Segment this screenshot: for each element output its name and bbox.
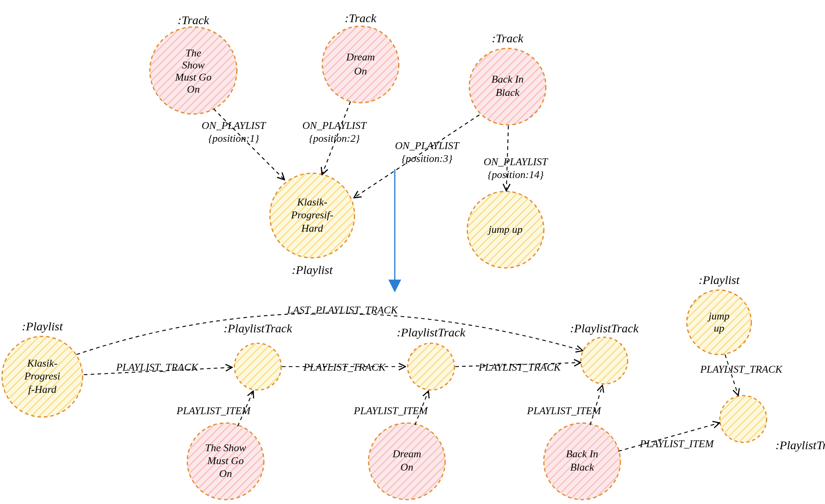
svg-text:Must Go: Must Go xyxy=(207,455,244,467)
svg-text:{position:3}: {position:3} xyxy=(402,153,453,164)
svg-text:ON_PLAYLIST: ON_PLAYLIST xyxy=(202,120,266,131)
type-label-playlisttrack: :PlaylistTrack xyxy=(775,438,825,452)
type-label-track: :Track xyxy=(345,11,377,25)
svg-text:PLAYLIST_TRACK: PLAYLIST_TRACK xyxy=(478,361,561,373)
svg-text:On: On xyxy=(400,461,413,473)
svg-text:ON_PLAYLIST: ON_PLAYLIST xyxy=(484,156,548,168)
svg-text:PLAYLIST_ITEM: PLAYLIST_ITEM xyxy=(639,438,714,450)
type-label-playlisttrack: :PlaylistTrack xyxy=(570,321,639,335)
svg-text:jump up: jump up xyxy=(487,224,523,235)
svg-text:Progresi: Progresi xyxy=(24,370,60,382)
svg-text:PLAYLIST_TRACK: PLAYLIST_TRACK xyxy=(303,361,386,373)
type-label-track: :Track xyxy=(492,31,524,45)
svg-text:PLAYLIST_ITEM: PLAYLIST_ITEM xyxy=(176,405,251,417)
svg-text:Black: Black xyxy=(570,461,594,473)
node-playlisttrack-2 xyxy=(408,343,454,390)
svg-text:Klasik-: Klasik- xyxy=(296,196,327,208)
node-playlisttrack-4 xyxy=(720,396,767,442)
svg-text:{position:14}: {position:14} xyxy=(487,169,544,180)
svg-text:PLAYLIST_ITEM: PLAYLIST_ITEM xyxy=(353,405,428,417)
graph-diagram: :Track The Show Must Go On :Track Dream … xyxy=(0,0,825,504)
svg-text:Dream: Dream xyxy=(346,51,375,63)
svg-text:PLAYLIST_TRACK: PLAYLIST_TRACK xyxy=(700,363,783,375)
svg-text:{position:2}: {position:2} xyxy=(309,133,360,144)
svg-text:Back In: Back In xyxy=(491,73,524,85)
svg-text:Black: Black xyxy=(495,87,520,98)
edge-last-playlist-track xyxy=(77,313,582,355)
type-label-playlist: :Playlist xyxy=(699,273,740,286)
node-playlisttrack-3 xyxy=(581,337,628,384)
svg-text:Show: Show xyxy=(182,59,205,71)
type-label-playlist: :Playlist xyxy=(22,319,63,333)
svg-text:Progresif-: Progresif- xyxy=(291,209,334,221)
svg-text:PLAYLIST_ITEM: PLAYLIST_ITEM xyxy=(527,405,601,417)
svg-text:On: On xyxy=(187,83,200,95)
svg-text:LAST_PLAYLIST_TRACK: LAST_PLAYLIST_TRACK xyxy=(287,304,398,316)
node-playlisttrack-1 xyxy=(234,343,281,390)
svg-text:Klasik-: Klasik- xyxy=(27,357,57,369)
svg-text:Dream: Dream xyxy=(392,448,421,460)
node-track-dream xyxy=(322,26,399,103)
type-label-playlist: :Playlist xyxy=(292,263,333,276)
svg-text:f-Hard: f-Hard xyxy=(28,384,57,395)
svg-text:Hard: Hard xyxy=(301,222,323,234)
svg-text:The: The xyxy=(186,47,201,59)
svg-text:The Show: The Show xyxy=(205,442,247,454)
type-label-playlisttrack: :PlaylistTrack xyxy=(224,321,292,335)
svg-text:Must Go: Must Go xyxy=(175,71,211,83)
svg-text:jump: jump xyxy=(707,310,730,322)
svg-text:On: On xyxy=(354,65,367,77)
svg-text:ON_PLAYLIST: ON_PLAYLIST xyxy=(395,140,460,151)
svg-text:Back In: Back In xyxy=(566,448,598,460)
svg-text:ON_PLAYLIST: ON_PLAYLIST xyxy=(303,120,367,131)
svg-text:{position:1}: {position:1} xyxy=(208,133,259,144)
svg-text:On: On xyxy=(219,468,232,479)
type-label-playlisttrack: :PlaylistTrack xyxy=(397,326,466,339)
type-label-track: :Track xyxy=(178,13,209,27)
svg-text:up: up xyxy=(714,322,724,334)
svg-text:PLAYLIST_TRACK: PLAYLIST_TRACK xyxy=(116,361,199,373)
